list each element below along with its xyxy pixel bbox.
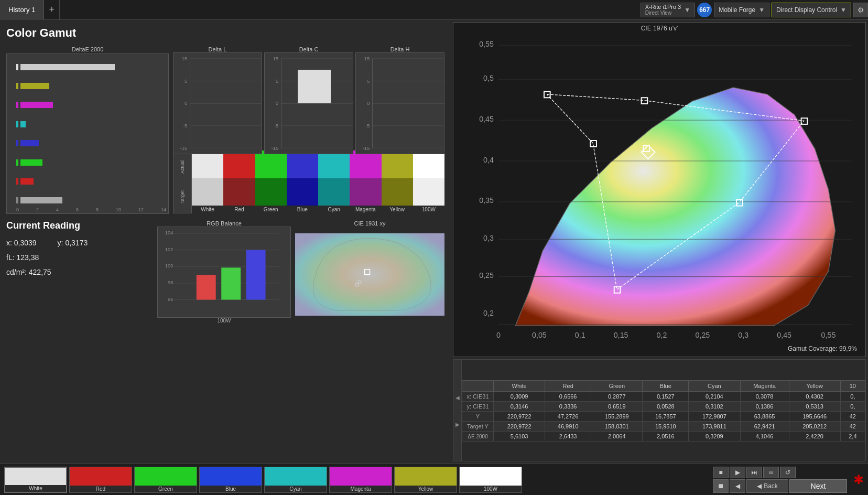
swatch-blue: Blue bbox=[287, 150, 318, 213]
svg-text:0,55: 0,55 bbox=[821, 331, 836, 339]
scroll-left-btn[interactable]: ◀ ▶ bbox=[453, 360, 462, 461]
svg-text:104: 104 bbox=[165, 230, 173, 235]
swatches-section: Actual Target White Red bbox=[173, 150, 444, 213]
color-btn-white[interactable]: White bbox=[4, 467, 67, 493]
add-tab-icon: + bbox=[49, 4, 55, 15]
svg-text:0,4: 0,4 bbox=[483, 156, 494, 164]
cie1976-diagram: 0,55 0,5 0,45 0,4 0,35 0,3 0,25 0,2 bbox=[469, 33, 861, 346]
cell-x-cyan: 0,2104 bbox=[689, 392, 740, 402]
history-tab-label: History 1 bbox=[8, 6, 35, 14]
row-de2000: ΔE 2000 5,6103 2,6433 2,0064 2,0516 0,32… bbox=[462, 432, 865, 442]
at-labels: Actual Target bbox=[173, 150, 192, 213]
bar-100w-fill bbox=[20, 197, 62, 203]
cell-de-cyan: 0,3209 bbox=[689, 432, 740, 442]
cie1931-box bbox=[295, 227, 444, 322]
back-next-row: ◀ ◀ Back Next bbox=[730, 479, 847, 493]
color-btn-red[interactable]: Red bbox=[69, 467, 132, 493]
cell-Y-blue: 16,7857 bbox=[643, 412, 689, 422]
swatch-columns: White Red Green bbox=[192, 150, 444, 213]
add-tab-button[interactable]: + bbox=[44, 0, 60, 20]
stop-button[interactable]: ■ bbox=[713, 467, 729, 478]
svg-text:0,25: 0,25 bbox=[479, 271, 494, 279]
forge-selector[interactable]: Mobile Forge ▼ bbox=[714, 3, 769, 17]
svg-text:0,05: 0,05 bbox=[532, 331, 547, 339]
cell-x-green: 0,2877 bbox=[591, 392, 643, 402]
swatch-green-label: Green bbox=[255, 206, 287, 213]
cell-y-magenta: 0,1386 bbox=[740, 402, 789, 412]
table-content: White Red Green Blue Cyan Magenta Yellow… bbox=[462, 380, 865, 442]
swatch-100w-target bbox=[413, 178, 444, 206]
device-sub: Direct View bbox=[645, 10, 681, 16]
bar-magenta bbox=[16, 102, 166, 108]
bottom-bar: White Red Green Blue Cyan Magenta Yellow… bbox=[0, 464, 868, 495]
deltae-x-axis: 02468101214 bbox=[14, 207, 168, 212]
device-selector[interactable]: X-Rite i1Pro 3 Direct View ▼ bbox=[641, 3, 695, 17]
refresh-button[interactable]: ↺ bbox=[780, 467, 796, 478]
cell-Y-white: 220,9722 bbox=[494, 412, 545, 422]
skip-button[interactable]: ⏭ bbox=[746, 467, 762, 478]
bar-cyan-fill bbox=[20, 121, 26, 127]
svg-text:0,25: 0,25 bbox=[695, 331, 710, 339]
svg-text:15: 15 bbox=[364, 56, 370, 61]
svg-text:-5: -5 bbox=[183, 123, 187, 128]
cell-Y-red: 47,2726 bbox=[545, 412, 591, 422]
device-dropdown-icon: ▼ bbox=[684, 6, 690, 14]
direct-display-selector[interactable]: Direct Display Control ▼ bbox=[772, 3, 851, 17]
record-button[interactable]: ■ bbox=[713, 479, 729, 493]
delta-l-svg: 15 5 0 -5 -15 bbox=[173, 53, 262, 154]
cell-tY-white: 220,9722 bbox=[494, 422, 545, 432]
cell-Y-cyan: 172,9807 bbox=[689, 412, 740, 422]
history-tab[interactable]: History 1 bbox=[0, 0, 44, 20]
prev-arrow-button[interactable]: ◀ bbox=[730, 479, 745, 493]
deltae-chart-box: 02468101214 bbox=[6, 53, 169, 214]
delta-h-box: 15 5 0 -5 -15 bbox=[355, 52, 444, 154]
color-btn-cyan[interactable]: Cyan bbox=[264, 467, 327, 493]
infinity-button[interactable]: ∞ bbox=[763, 467, 779, 478]
cell-x-10: 0, bbox=[840, 392, 865, 402]
svg-text:102: 102 bbox=[165, 246, 173, 252]
back-button[interactable]: ◀ Back bbox=[746, 479, 788, 493]
th-yellow: Yellow bbox=[789, 381, 840, 392]
svg-text:0,5: 0,5 bbox=[483, 74, 494, 82]
swatch-100w-label: 100W bbox=[413, 206, 444, 213]
color-btn-yellow[interactable]: Yellow bbox=[394, 467, 457, 493]
swatch-yellow: Yellow bbox=[382, 150, 413, 213]
th-magenta: Magenta bbox=[740, 381, 789, 392]
swatch-red: Red bbox=[223, 150, 255, 213]
play-button[interactable]: ▶ bbox=[730, 467, 745, 478]
color-btn-100w[interactable]: 100W bbox=[459, 467, 522, 493]
bar-yellow bbox=[16, 83, 166, 89]
color-btn-magenta[interactable]: Magenta bbox=[329, 467, 392, 493]
color-btn-100w-label: 100W bbox=[460, 486, 522, 492]
swatch-blue-target bbox=[287, 178, 318, 206]
bar-magenta-fill bbox=[20, 102, 53, 108]
rgb-balance-box: 104 102 100 98 96 bbox=[157, 227, 291, 318]
svg-text:0,55: 0,55 bbox=[479, 40, 494, 48]
svg-text:5: 5 bbox=[185, 78, 187, 83]
color-btn-green[interactable]: Green bbox=[134, 467, 197, 493]
cell-de-10: 2,4 bbox=[840, 432, 865, 442]
deltae-label: DeltaE 2000 bbox=[6, 46, 169, 52]
row-target-Y: Target Y 220,9722 46,9910 158,0301 15,95… bbox=[462, 422, 865, 432]
cell-x-red: 0,6566 bbox=[545, 392, 591, 402]
color-btn-cyan-swatch bbox=[265, 467, 327, 486]
current-reading: Current Reading x: 0,3039 y: 0,3173 fL: … bbox=[6, 220, 153, 322]
color-btn-blue[interactable]: Blue bbox=[199, 467, 262, 493]
bottom-section: Current Reading x: 0,3039 y: 0,3173 fL: … bbox=[6, 220, 444, 322]
svg-text:-15: -15 bbox=[363, 145, 370, 150]
direct-display-label: Direct Display Control bbox=[776, 6, 837, 14]
cell-tY-yellow: 205,0212 bbox=[789, 422, 840, 432]
reading-title: Current Reading bbox=[6, 220, 153, 231]
swatch-magenta-target bbox=[350, 178, 381, 206]
th-green: Green bbox=[591, 381, 643, 392]
swatch-green: Green bbox=[255, 150, 287, 213]
cell-Y-magenta: 63,8865 bbox=[740, 412, 789, 422]
color-btn-white-swatch bbox=[5, 468, 66, 485]
svg-rect-46 bbox=[246, 250, 266, 300]
cie1976-svg: 0,55 0,5 0,45 0,4 0,35 0,3 0,25 0,2 bbox=[469, 33, 861, 346]
svg-text:0,15: 0,15 bbox=[614, 331, 628, 339]
next-button[interactable]: Next bbox=[789, 479, 847, 493]
results-table: White Red Green Blue Cyan Magenta Yellow… bbox=[462, 380, 865, 442]
settings-button[interactable]: ⚙ bbox=[853, 3, 868, 17]
row-de-label: ΔE 2000 bbox=[462, 432, 494, 442]
